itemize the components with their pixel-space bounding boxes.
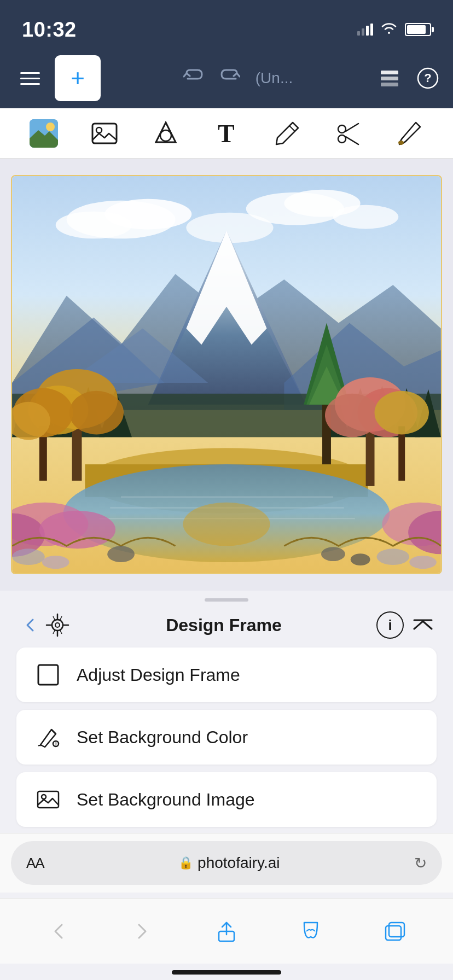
- set-bg-color-item[interactable]: Set Background Color: [16, 710, 437, 765]
- svg-point-11: [160, 130, 171, 141]
- paint-bucket-icon: [36, 725, 60, 749]
- svg-text:?: ?: [424, 71, 431, 85]
- panel-collapse-button[interactable]: [409, 611, 437, 639]
- refresh-button[interactable]: ↻: [414, 854, 427, 872]
- menu-button[interactable]: [11, 59, 49, 97]
- frame-icon: [36, 663, 60, 687]
- drag-handle-wrap: [0, 591, 453, 606]
- browser-bar: AA 🔒 photofairy.ai ↻: [0, 833, 453, 892]
- svg-point-74: [376, 549, 409, 565]
- svg-point-67: [325, 394, 379, 438]
- browser-url-text: photofairy.ai: [198, 854, 280, 872]
- layers-button[interactable]: [375, 64, 404, 92]
- pen-tool[interactable]: [271, 117, 304, 150]
- svg-rect-2: [381, 83, 398, 86]
- svg-point-84: [55, 623, 60, 627]
- svg-point-53: [69, 391, 124, 435]
- help-button[interactable]: ?: [414, 64, 442, 92]
- svg-rect-1: [381, 77, 398, 80]
- panel-back-button[interactable]: [16, 611, 44, 639]
- svg-rect-96: [389, 923, 404, 937]
- browser-tabs-button[interactable]: [373, 909, 416, 953]
- panel-nav-icon[interactable]: [44, 611, 71, 639]
- top-toolbar: + (Un... ?: [0, 48, 453, 108]
- battery-icon: [405, 23, 431, 36]
- undo-button[interactable]: [183, 69, 204, 88]
- canvas-area[interactable]: [0, 159, 453, 591]
- browser-nav: [0, 898, 453, 964]
- svg-point-14: [338, 135, 346, 143]
- svg-point-75: [409, 556, 437, 569]
- status-bar: 10:32: [0, 0, 453, 48]
- bottom-panel: Design Frame i Adjust Design Frame: [0, 591, 453, 827]
- svg-point-59: [39, 511, 115, 549]
- image-tool[interactable]: [88, 117, 121, 150]
- panel-title: Design Frame: [71, 615, 376, 635]
- project-label: (Un...: [255, 69, 293, 87]
- browser-url[interactable]: 🔒 photofairy.ai: [51, 854, 408, 872]
- svg-point-19: [56, 212, 132, 239]
- svg-point-77: [321, 547, 345, 561]
- scene-thumbnail-tool[interactable]: [27, 117, 60, 150]
- svg-rect-68: [398, 426, 405, 480]
- adjust-frame-label: Adjust Design Frame: [77, 665, 240, 685]
- brush-tool[interactable]: [393, 117, 426, 150]
- svg-rect-90: [38, 665, 58, 685]
- browser-bookmark-button[interactable]: [289, 909, 333, 953]
- canvas-image[interactable]: [11, 175, 442, 574]
- drag-handle[interactable]: [205, 598, 248, 602]
- new-button[interactable]: +: [55, 55, 101, 101]
- svg-point-7: [46, 122, 55, 131]
- svg-point-49: [183, 503, 270, 546]
- toolbar-center: (Un...: [101, 69, 375, 88]
- status-icons: [357, 22, 431, 37]
- svg-point-72: [12, 549, 45, 565]
- menu-items: Adjust Design Frame Set Background Color: [0, 648, 453, 827]
- svg-point-13: [338, 125, 346, 133]
- svg-rect-92: [38, 791, 59, 808]
- toolbar-right: ?: [375, 64, 442, 92]
- redo-button[interactable]: [219, 69, 240, 88]
- set-bg-image-item[interactable]: Set Background Image: [16, 772, 437, 827]
- svg-text:T: T: [218, 120, 235, 148]
- set-bg-image-label: Set Background Image: [77, 790, 255, 810]
- plus-icon: +: [71, 66, 85, 90]
- panel-info-button[interactable]: i: [376, 611, 404, 639]
- svg-point-9: [96, 127, 102, 133]
- svg-point-76: [107, 546, 135, 562]
- scissors-tool[interactable]: [332, 117, 365, 150]
- browser-share-button[interactable]: [205, 909, 248, 953]
- browser-aa-label[interactable]: AA: [26, 855, 44, 872]
- svg-rect-8: [92, 124, 117, 143]
- svg-marker-10: [156, 122, 176, 142]
- browser-forward-button[interactable]: [120, 909, 164, 953]
- home-indicator: [172, 970, 281, 975]
- shapes-tool[interactable]: [149, 117, 182, 150]
- wifi-icon: [381, 22, 397, 37]
- svg-point-93: [42, 795, 46, 799]
- lock-icon: 🔒: [178, 856, 193, 870]
- svg-point-15: [398, 141, 404, 145]
- browser-back-button[interactable]: [37, 909, 80, 953]
- text-tool[interactable]: T: [210, 117, 243, 150]
- icon-toolbar: T: [0, 108, 453, 159]
- svg-point-79: [52, 620, 63, 631]
- svg-point-78: [351, 553, 370, 565]
- svg-rect-95: [386, 926, 401, 940]
- svg-rect-0: [381, 71, 398, 74]
- browser-input[interactable]: AA 🔒 photofairy.ai ↻: [11, 841, 442, 885]
- svg-point-69: [375, 391, 429, 435]
- adjust-frame-item[interactable]: Adjust Design Frame: [16, 648, 437, 702]
- svg-point-73: [42, 556, 69, 569]
- info-icon: i: [388, 617, 392, 634]
- signal-icon: [357, 24, 373, 36]
- status-time: 10:32: [22, 18, 77, 42]
- set-bg-color-label: Set Background Color: [77, 727, 248, 748]
- image-icon: [36, 788, 60, 812]
- svg-point-22: [333, 205, 398, 229]
- panel-header: Design Frame i: [0, 606, 453, 648]
